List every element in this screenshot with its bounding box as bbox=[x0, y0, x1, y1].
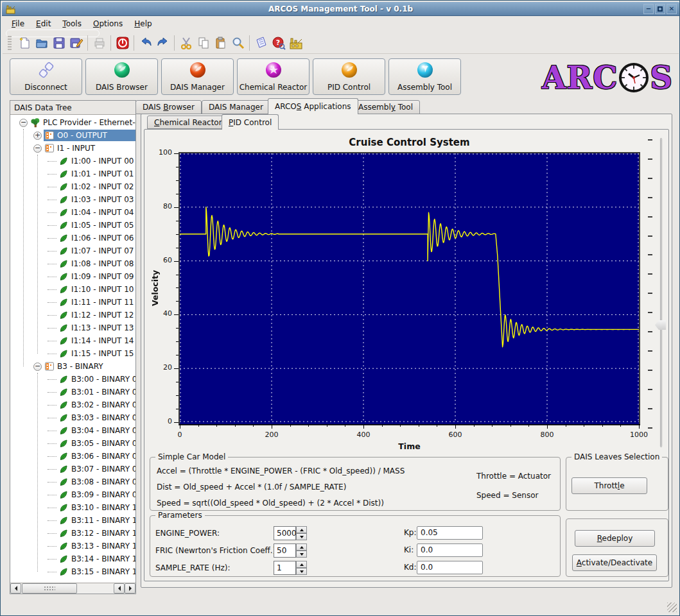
tree-item[interactable]: I1:14 - INPUT 14 bbox=[10, 334, 135, 347]
chemical-reactor-button[interactable]: Chemical Reactor bbox=[237, 58, 309, 95]
activate-deactivate-button[interactable]: Activate/Deactivate bbox=[572, 554, 657, 571]
tab-chemical-reactor[interactable]: Chemical Reactor bbox=[147, 116, 229, 129]
spin-down-button[interactable] bbox=[296, 551, 307, 558]
tree-item[interactable]: B3:00 - BINARY 00 bbox=[10, 373, 135, 386]
redo-icon[interactable] bbox=[154, 35, 171, 52]
undo-icon[interactable] bbox=[137, 35, 154, 52]
tab-arcos-applications[interactable]: ARCOS Applications bbox=[268, 98, 358, 114]
tree-item[interactable]: I1:02 - INPUT 02 bbox=[10, 180, 135, 193]
assembly-tool-button[interactable]: Assembly Tool bbox=[388, 58, 461, 95]
open-folder-icon[interactable] bbox=[33, 35, 50, 52]
tree-item[interactable]: B3:01 - BINARY 01 bbox=[10, 386, 135, 398]
tree-expander-icon[interactable]: + bbox=[33, 132, 42, 140]
menu-help[interactable]: Help bbox=[128, 18, 157, 30]
sample-rate-value[interactable]: 1 bbox=[274, 561, 296, 575]
spin-down-button[interactable] bbox=[296, 533, 307, 540]
fric-value[interactable]: 50 bbox=[274, 543, 296, 558]
tree-item[interactable]: B3:10 - BINARY 10 bbox=[10, 501, 135, 514]
print-icon[interactable] bbox=[91, 35, 108, 52]
save-as-icon[interactable] bbox=[67, 35, 85, 52]
find-icon[interactable] bbox=[229, 35, 247, 52]
pid-control-button[interactable]: PID Control bbox=[313, 58, 385, 95]
tree-item[interactable]: I1:07 - INPUT 07 bbox=[10, 244, 135, 257]
tree-item[interactable]: I1:05 - INPUT 05 bbox=[10, 219, 135, 232]
tree-item[interactable]: B3:07 - BINARY 07 bbox=[10, 463, 135, 475]
toolbar-grip[interactable] bbox=[8, 36, 12, 50]
tree-item[interactable]: I1:13 - INPUT 13 bbox=[10, 321, 135, 334]
tab-dais-manager[interactable]: DAIS Manager bbox=[202, 100, 270, 114]
save-icon[interactable] bbox=[50, 35, 67, 52]
tree-item[interactable]: I1:08 - INPUT 08 bbox=[10, 257, 135, 270]
menu-tools[interactable]: Tools bbox=[57, 18, 87, 30]
tree-item[interactable]: B3:11 - BINARY 11 bbox=[10, 514, 135, 527]
y-tick bbox=[176, 248, 179, 248]
scroll-left-button[interactable] bbox=[10, 583, 21, 594]
factory-icon[interactable] bbox=[287, 35, 304, 52]
spin-up-button[interactable] bbox=[296, 543, 307, 551]
tree-item[interactable]: B3:09 - BINARY 09 bbox=[10, 488, 135, 501]
spin-up-button[interactable] bbox=[296, 526, 307, 533]
tree-item[interactable]: B3:04 - BINARY 04 bbox=[10, 424, 135, 437]
scrollbar-track[interactable] bbox=[77, 583, 114, 594]
tree-item[interactable]: B3:13 - BINARY 13 bbox=[10, 540, 135, 552]
tree-expander-icon[interactable]: − bbox=[33, 144, 42, 153]
copy-icon[interactable] bbox=[195, 35, 212, 52]
ki-field[interactable]: 0.0 bbox=[417, 543, 483, 557]
tree-item[interactable]: B3:08 - BINARY 08 bbox=[10, 475, 135, 488]
tab-pid-control[interactable]: PID Control bbox=[222, 114, 279, 130]
notes-icon[interactable] bbox=[252, 35, 270, 52]
new-document-icon[interactable] bbox=[15, 35, 33, 52]
scrollbar-thumb[interactable] bbox=[22, 583, 77, 594]
scroll-right-button[interactable] bbox=[125, 583, 135, 594]
resize-grip[interactable] bbox=[667, 603, 677, 612]
scroll-left-button2[interactable] bbox=[114, 583, 125, 594]
kd-field[interactable]: 0.0 bbox=[417, 561, 483, 574]
tree-item[interactable]: − I1 - INPUT bbox=[10, 142, 135, 155]
menu-file[interactable]: File bbox=[6, 18, 30, 30]
zoom-slider[interactable] bbox=[660, 138, 662, 447]
tree-item[interactable]: + O0 - OUTPUT bbox=[10, 129, 135, 142]
spin-up-button[interactable] bbox=[296, 561, 307, 568]
cut-icon[interactable] bbox=[177, 35, 195, 52]
throttle-button[interactable]: Throttle bbox=[571, 477, 647, 494]
tree-item[interactable]: B3:15 - BINARY 15 bbox=[10, 565, 135, 578]
tab-dais-browser[interactable]: DAIS Browser bbox=[135, 100, 202, 114]
kp-field[interactable]: 0.05 bbox=[417, 526, 483, 540]
spin-down-button[interactable] bbox=[296, 568, 307, 575]
tab-assembly-tool[interactable]: Assembly Tool bbox=[351, 100, 420, 114]
minimize-button[interactable] bbox=[643, 4, 654, 14]
engine-power-value[interactable]: 5000 bbox=[274, 526, 296, 540]
tree-item[interactable]: I1:01 - INPUT 01 bbox=[10, 167, 135, 180]
tree-item[interactable]: I1:06 - INPUT 06 bbox=[10, 232, 135, 244]
maximize-button[interactable] bbox=[655, 4, 665, 14]
tree-item[interactable]: I1:03 - INPUT 03 bbox=[10, 193, 135, 206]
stop-icon[interactable] bbox=[114, 35, 131, 52]
tree-item[interactable]: B3:12 - BINARY 12 bbox=[10, 527, 135, 540]
paste-icon[interactable] bbox=[212, 35, 229, 52]
tree-item[interactable]: − B3 - BINARY bbox=[10, 360, 135, 373]
tree-item[interactable]: − PLC Provider - Ethernet-co bbox=[10, 116, 135, 129]
tree-item[interactable]: B3:03 - BINARY 03 bbox=[10, 411, 135, 424]
tree-item[interactable]: B3:02 - BINARY 02 bbox=[10, 398, 135, 411]
close-button[interactable] bbox=[667, 4, 677, 14]
tree-item[interactable]: I1:11 - INPUT 11 bbox=[10, 296, 135, 309]
dais-browser-button[interactable]: DAIS Browser bbox=[85, 58, 158, 95]
disconnect-button[interactable]: Disconnect bbox=[10, 58, 82, 95]
y-tick bbox=[174, 314, 179, 315]
tree-item[interactable]: B3:14 - BINARY 14 bbox=[10, 552, 135, 565]
tree-item[interactable]: I1:12 - INPUT 12 bbox=[10, 309, 135, 321]
tree-item[interactable]: B3:05 - BINARY 05 bbox=[10, 437, 135, 450]
tree-item[interactable]: B3:06 - BINARY 06 bbox=[10, 450, 135, 463]
tree-expander-icon[interactable]: − bbox=[33, 363, 42, 371]
tree-item[interactable]: I1:04 - INPUT 04 bbox=[10, 206, 135, 219]
redeploy-button[interactable]: Redeploy bbox=[575, 530, 655, 547]
tree-item[interactable]: I1:15 - INPUT 15 bbox=[10, 347, 135, 360]
dais-manager-button[interactable]: DAIS Manager bbox=[161, 58, 234, 95]
tree-item[interactable]: I1:09 - INPUT 09 bbox=[10, 270, 135, 283]
menu-edit[interactable]: Edit bbox=[30, 18, 57, 30]
menu-options[interactable]: Options bbox=[87, 18, 128, 30]
tree-expander-icon[interactable]: − bbox=[19, 119, 28, 127]
tree-item[interactable]: I1:00 - INPUT 00 bbox=[10, 155, 135, 167]
tree-item[interactable]: I1:10 - INPUT 10 bbox=[10, 283, 135, 296]
help-icon[interactable]: ? bbox=[270, 35, 287, 52]
